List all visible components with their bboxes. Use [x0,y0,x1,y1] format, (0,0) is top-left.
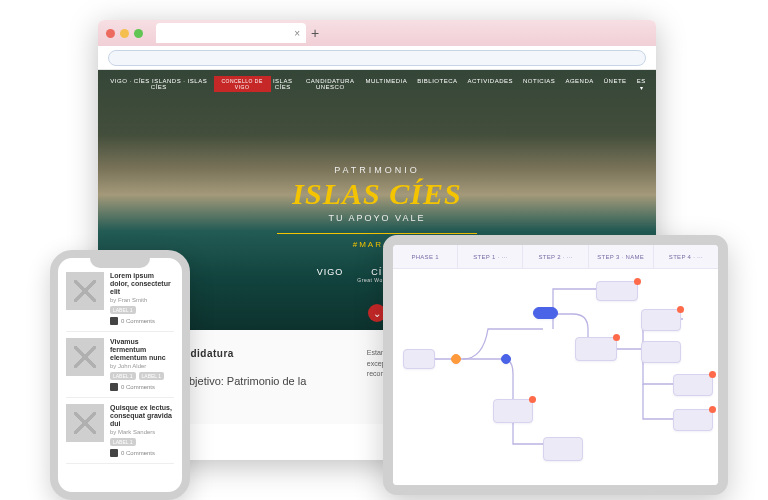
nav-item[interactable]: CANDIDATURA UNESCO [305,78,356,91]
alert-dot-icon [709,406,716,413]
tag[interactable]: LABEL 1 [110,438,136,446]
alert-dot-icon [634,278,641,285]
alert-dot-icon [677,306,684,313]
comment-icon [110,449,118,457]
tag[interactable]: LABEL 1 [139,372,165,380]
new-tab-button[interactable]: + [311,25,319,41]
flow-step[interactable]: STEP 2 · ··· [523,245,588,268]
flow-node-connector[interactable] [501,354,511,364]
list-item-body: Quisque ex lectus, consequat gravida dui… [110,404,174,457]
zoom-icon[interactable] [134,29,143,38]
item-meta: 0 Comments [110,317,174,325]
flow-canvas[interactable] [393,269,718,485]
image-placeholder-icon [66,404,104,442]
list-item[interactable]: Quisque ex lectus, consequat gravida dui… [66,404,174,464]
item-author: by Mark Sanders [110,429,174,435]
tag[interactable]: LABEL 1 [110,306,136,314]
item-labels: LABEL 1 [110,438,174,446]
flow-node-active[interactable] [533,307,558,319]
nav-item-lang[interactable]: ES ▾ [637,78,646,91]
nav-links: ISLAS CÍES CANDIDATURA UNESCO MULTIMEDIA… [271,78,646,91]
phone-mockup: Lorem ipsum dolor, consectetur elit by F… [50,250,190,500]
nav-item[interactable]: MULTIMEDIA [366,78,408,91]
item-title: Quisque ex lectus, consequat gravida dui [110,404,174,428]
tablet-mockup: PHASE 1 STEP 1 · ··· STEP 2 · ··· STEP 3… [383,235,728,495]
flow-node[interactable] [493,399,533,423]
tag[interactable]: LABEL 1 [110,372,136,380]
flow-node[interactable] [673,374,713,396]
flow-node[interactable] [596,281,638,301]
list-item[interactable]: Lorem ipsum dolor, consectetur elit by F… [66,272,174,332]
alert-dot-icon [613,334,620,341]
comment-count: 0 Comments [121,318,155,324]
flow-node[interactable] [403,349,435,369]
flow-step[interactable]: STEP 4 · ··· [654,245,718,268]
partner-logo: VIGO [317,267,344,283]
flow-node[interactable] [641,309,681,331]
alert-dot-icon [529,396,536,403]
nav-item[interactable]: ISLAS CÍES [271,78,295,91]
hero-divider [277,233,477,234]
browser-tabbar: × + [98,20,656,46]
item-author: by John Alder [110,363,174,369]
logo-text-right: CONCELLO DE VIGO [214,76,271,92]
nav-item[interactable]: BIBLIOTECA [417,78,457,91]
comment-icon [110,383,118,391]
item-meta: 0 Comments [110,383,174,391]
hero-pretitle: PATRIMONIO [98,165,656,175]
flow-node-decision[interactable] [451,354,461,364]
item-labels: LABEL 1 [110,306,174,314]
item-labels: LABEL 1 LABEL 1 [110,372,174,380]
item-title: Vivamus fermentum elementum nunc [110,338,174,362]
phone-feed[interactable]: Lorem ipsum dolor, consectetur elit by F… [58,258,182,464]
list-item-body: Vivamus fermentum elementum nunc by John… [110,338,174,391]
nav-item[interactable]: NOTICIAS [523,78,555,91]
browser-urlbar [98,46,656,70]
nav-item[interactable]: ÚNETE [604,78,627,91]
flow-node[interactable] [641,341,681,363]
flow-step[interactable]: STEP 1 · ··· [458,245,523,268]
url-input[interactable] [108,50,646,66]
nav-item[interactable]: ACTIVIDADES [468,78,514,91]
flow-node[interactable] [575,337,617,361]
item-meta: 0 Comments [110,449,174,457]
flow-step[interactable]: STEP 3 · NAME [589,245,654,268]
comment-icon [110,317,118,325]
close-icon[interactable] [106,29,115,38]
item-author: by Fran Smith [110,297,174,303]
comment-count: 0 Comments [121,384,155,390]
flow-node[interactable] [673,409,713,431]
list-item[interactable]: Vivamus fermentum elementum nunc by John… [66,338,174,398]
hero-title: ISLAS CÍES [98,177,656,211]
flow-step[interactable]: PHASE 1 [393,245,458,268]
comment-count: 0 Comments [121,450,155,456]
alert-dot-icon [709,371,716,378]
list-item-body: Lorem ipsum dolor, consectetur elit by F… [110,272,174,325]
close-tab-icon[interactable]: × [294,28,300,39]
minimize-icon[interactable] [120,29,129,38]
flow-steps-header: PHASE 1 STEP 1 · ··· STEP 2 · ··· STEP 3… [393,245,718,269]
nav-item[interactable]: AGENDA [565,78,593,91]
browser-tab[interactable]: × [156,23,306,43]
site-nav: VIGO · CÍES ISLANDS · ISLAS CÍES CONCELL… [98,70,656,98]
chevron-down-icon: ⌄ [373,308,381,319]
image-placeholder-icon [66,272,104,310]
hero-subtitle: TU APOYO VALE [98,213,656,223]
flow-node[interactable] [543,437,583,461]
logo-text-left: VIGO · CÍES ISLANDS · ISLAS CÍES [108,78,210,90]
window-controls [106,29,143,38]
site-logo[interactable]: VIGO · CÍES ISLANDS · ISLAS CÍES CONCELL… [108,76,271,92]
image-placeholder-icon [66,338,104,376]
item-title: Lorem ipsum dolor, consectetur elit [110,272,174,296]
